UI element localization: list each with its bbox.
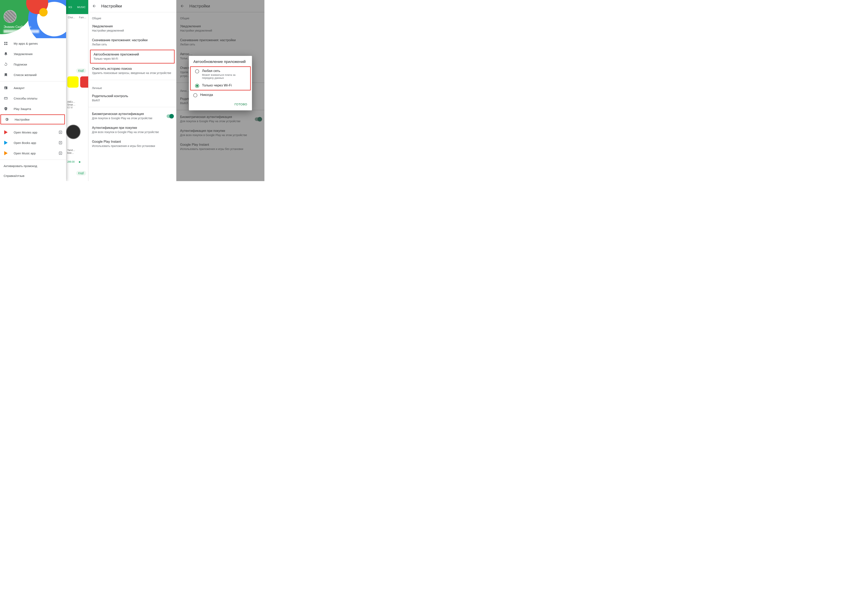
svg-rect-6 [4,97,7,99]
books-icon [4,141,8,145]
gear-icon [4,117,9,121]
play-store-background: KS MUSIC Choi… Fam… ЕЩЁ AliEx… Smar… 63 … [66,0,88,181]
setting-parental[interactable]: Родительский контроль ВЫКЛ [89,91,176,105]
app-card-snapchat[interactable] [67,76,78,89]
refresh-icon [4,62,8,66]
setting-title: Автообновление приложений [94,52,171,56]
app-label-aliex-meta: 63 M [67,106,75,109]
drawer-help[interactable]: Справка/отзыв [0,171,66,181]
app-label-yand-sub: liste… [67,152,75,154]
divider [0,160,66,160]
biometric-switch[interactable] [167,114,173,118]
app-label-aliex: AliEx… [67,101,75,103]
drawer-play-protect[interactable]: Play Защита [0,104,66,114]
panel-settings: Настройки Общие Уведомления Настройки ув… [88,0,176,181]
drawer-open-books[interactable]: Open Books app [0,138,66,148]
settings-title: Настройки [101,4,122,9]
drawer-payment[interactable]: Способы оплаты [0,93,66,104]
open-external-icon [59,151,62,155]
drawer-wishlist[interactable]: Список желаний [0,70,66,80]
app-card-red[interactable] [80,76,88,89]
avatar[interactable] [4,10,16,23]
open-external-icon [59,130,62,134]
option-any-network[interactable]: Любая сеть Может взиматься плата за пере… [191,67,250,81]
setting-clear-search[interactable]: Очистить историю поиска Удалить поисковы… [89,64,176,78]
setting-subtitle: ВЫКЛ [92,99,173,102]
drawer-item-label: My apps & games [14,42,38,45]
setting-title: Скачивание приложения: настройки [92,38,173,42]
drawer-header: Энакин Скайуокер ████████@████████ [0,0,66,38]
bookmark-icon [4,73,8,77]
section-personal: Личные [89,82,176,91]
setting-subtitle: Для всех покупок в Google Play на этом у… [92,130,173,134]
setting-biometric[interactable]: Биометрическая аутентификация Для покупо… [89,109,176,123]
drawer-open-music[interactable]: Open Music app [0,148,66,158]
drawer-item-label: Подписки [14,63,27,66]
store-tab-music[interactable]: MUSIC [77,6,86,9]
store-chip-family[interactable]: Fam… [79,16,86,19]
divider [0,81,66,81]
svg-rect-1 [6,42,7,43]
user-email: ████████@████████ [4,30,39,33]
setting-instant[interactable]: Google Play Instant Использовать приложе… [89,137,176,151]
setting-title: Аутентификация при покупке [92,126,173,130]
navigation-drawer: Энакин Скайуокер ████████@████████ My ap… [0,0,66,181]
setting-subtitle: Удалить поисковые запросы, введенные на … [92,71,173,75]
music-icon [4,151,8,155]
drawer-account[interactable]: Аккаунт [0,83,66,93]
store-tabs: KS MUSIC [66,0,88,14]
back-icon[interactable] [92,4,96,8]
bell-icon [4,52,8,56]
divider [0,126,66,126]
setting-auth[interactable]: Аутентификация при покупке Для всех поку… [89,123,176,137]
setting-autoupdate[interactable]: Автообновление приложений Только через W… [90,50,175,64]
app-label-yand: Yand… [67,149,75,152]
option-wifi-only[interactable]: Только через Wi-Fi [191,81,250,90]
drawer-settings[interactable]: Настройки [0,114,65,124]
dialog-done-button[interactable]: ГОТОВО [232,101,249,108]
setting-subtitle: Использовать приложения и игры без устан… [92,144,173,148]
drawer-item-label: Уведомления [14,52,32,56]
drawer-open-movies[interactable]: Open Movies app [0,127,66,138]
credit-card-icon [4,96,8,100]
drawer-item-label: Open Music app [14,152,35,155]
setting-download[interactable]: Скачивание приложения: настройки Любая с… [89,36,176,49]
account-icon [4,86,8,90]
svg-point-5 [5,87,6,88]
app-price: 289.00 [67,160,75,163]
store-tab-ks[interactable]: KS [68,6,72,9]
drawer-item-label: Play Защита [14,107,31,111]
setting-subtitle: Только через Wi-Fi [94,57,171,61]
option-label: Только через Wi-Fi [202,83,232,87]
svg-rect-3 [6,44,7,45]
option-never[interactable]: Никогда [189,91,252,99]
setting-title: Google Play Instant [92,140,173,144]
svg-rect-2 [4,44,6,45]
apps-icon [4,41,8,46]
open-external-icon [59,141,62,145]
setting-notifications[interactable]: Уведомления Настройки уведомлений [89,22,176,36]
panel-settings-dialog: Настройки Общие Уведомления Настройки ув… [176,0,264,181]
settings-topbar: Настройки [89,0,176,12]
user-name: Энакин Скайуокер [4,25,31,29]
drawer-subscriptions[interactable]: Подписки [0,59,66,70]
dialog-title: Автообновление приложений [189,56,252,66]
setting-title: Уведомления [92,24,173,28]
radio-icon [195,84,199,88]
setting-title: Родительский контроль [92,94,173,98]
svg-rect-0 [4,42,6,43]
drawer-notifications[interactable]: Уведомления [0,49,66,59]
more-button-2[interactable]: ЕЩЁ [76,171,86,176]
option-label: Любая сеть [202,69,246,73]
drawer-item-label: Open Movies app [14,131,37,134]
drawer-item-label: Список желаний [14,73,37,77]
setting-title: Очистить историю поиска [92,67,173,71]
setting-subtitle: Настройки уведомлений [92,29,173,33]
more-button-1[interactable]: ЕЩЁ [76,68,86,73]
drawer-item-label: Open Books app [14,141,36,145]
store-chip-choices[interactable]: Choi… [68,16,75,19]
panel-drawer: KS MUSIC Choi… Fam… ЕЩЁ AliEx… Smar… 63 … [0,0,88,181]
drawer-my-apps[interactable]: My apps & games [0,38,66,49]
movies-icon [4,130,8,134]
drawer-promo[interactable]: Активировать промокод [0,161,66,171]
